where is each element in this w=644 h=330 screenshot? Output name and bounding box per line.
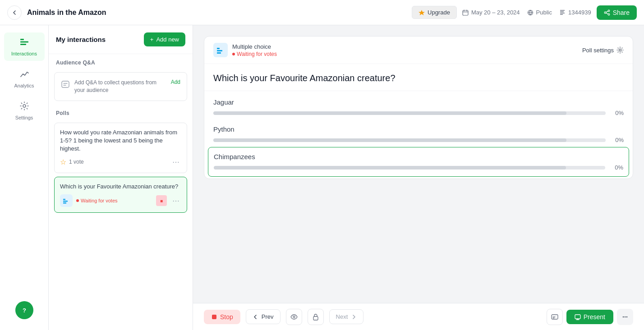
poll-type-status: Waiting for votes xyxy=(232,51,277,57)
poll-card-1-more[interactable]: ⋯ xyxy=(170,156,181,167)
prev-label: Prev xyxy=(262,313,274,320)
eye-button[interactable] xyxy=(286,309,302,325)
next-button[interactable]: Next xyxy=(329,309,364,324)
poll-type-section: Multiple choice Waiting for votes xyxy=(213,43,277,57)
svg-rect-32 xyxy=(212,315,216,319)
page-title: Animals in the Amazon xyxy=(27,9,406,17)
svg-rect-16 xyxy=(20,39,24,40)
option-3-bar-row: 0% xyxy=(214,164,623,171)
poll-card-2-footer: Waiting for votes ■ ⋯ xyxy=(60,194,181,207)
polls-list: How would you rate Amazonian animals fro… xyxy=(49,119,193,217)
qa-placeholder: Add Q&A to collect questions from your a… xyxy=(54,72,187,101)
svg-point-42 xyxy=(625,316,626,317)
svg-point-12 xyxy=(604,12,606,14)
option-1-label: Jaguar xyxy=(213,98,624,106)
option-2-label: Python xyxy=(213,125,624,133)
poll-card-1-text: How would you rate Amazonian animals fro… xyxy=(60,128,181,153)
poll-2-status-label: Waiting for votes xyxy=(81,198,118,203)
svg-line-15 xyxy=(606,13,608,14)
upgrade-button[interactable]: Upgrade xyxy=(412,6,457,19)
bottombar-right: Present xyxy=(547,309,633,325)
content-inner: Multiple choice Waiting for votes Poll s… xyxy=(193,25,644,303)
left-nav: Interactions Analytics Settings ? xyxy=(0,25,49,330)
sidebar-item-interactions[interactable]: Interactions xyxy=(4,32,45,61)
svg-rect-27 xyxy=(63,202,66,204)
svg-point-31 xyxy=(619,49,621,51)
settings-icon xyxy=(19,101,29,113)
sidebar-item-settings[interactable]: Settings xyxy=(4,96,45,125)
poll-settings-button[interactable]: Poll settings xyxy=(582,46,624,54)
svg-rect-25 xyxy=(63,199,65,200)
lock-button[interactable] xyxy=(308,309,324,325)
svg-rect-22 xyxy=(62,81,69,87)
sidebar-item-analytics[interactable]: Analytics xyxy=(4,64,45,93)
svg-point-43 xyxy=(626,316,627,317)
poll-panel-header: Multiple choice Waiting for votes Poll s… xyxy=(204,37,633,64)
svg-point-11 xyxy=(608,10,610,12)
poll-option-1: Jaguar 0% xyxy=(213,98,624,116)
svg-rect-34 xyxy=(313,316,318,320)
plus-icon: + xyxy=(150,36,154,43)
option-1-bar-row: 0% xyxy=(213,110,624,116)
poll-option-3: Chimpanzees 0% xyxy=(208,147,629,177)
svg-line-14 xyxy=(606,11,608,12)
option-1-pct: 0% xyxy=(610,110,624,116)
upgrade-label: Upgrade xyxy=(428,9,450,16)
stop-label: Stop xyxy=(220,313,233,321)
visibility: Public xyxy=(527,9,552,16)
svg-marker-0 xyxy=(419,10,425,15)
analytics-icon xyxy=(19,69,29,81)
option-3-bar-fill xyxy=(214,166,566,170)
option-2-pct: 0% xyxy=(610,137,624,143)
sidebar-title: My interactions xyxy=(56,36,106,43)
option-2-bar-fill xyxy=(213,138,566,142)
svg-point-41 xyxy=(623,316,624,317)
poll-type-info: Multiple choice Waiting for votes xyxy=(232,43,277,57)
poll-card-1[interactable]: How would you rate Amazonian animals fro… xyxy=(54,123,187,174)
qa-placeholder-text: Add Q&A to collect questions from your a… xyxy=(74,79,166,94)
next-label: Next xyxy=(336,313,348,320)
back-button[interactable] xyxy=(7,5,22,20)
option-3-label: Chimpanzees xyxy=(214,153,623,160)
stop-button[interactable]: Stop xyxy=(204,310,240,324)
qa-icon xyxy=(61,80,70,91)
polls-section-title: Polls xyxy=(49,105,193,119)
svg-point-13 xyxy=(608,14,610,15)
qa-add-button[interactable]: Add xyxy=(171,79,180,85)
bottombar: Stop Prev Next xyxy=(193,303,644,330)
more-button[interactable] xyxy=(617,309,633,325)
present-button[interactable]: Present xyxy=(566,310,613,324)
prev-button[interactable]: Prev xyxy=(246,309,281,324)
poll-card-2[interactable]: Which is your Favourite Amazonian creatu… xyxy=(54,177,187,213)
poll-card-2-more[interactable]: ⋯ xyxy=(170,195,181,206)
status-dot xyxy=(76,199,79,202)
svg-rect-1 xyxy=(463,10,468,15)
svg-rect-30 xyxy=(217,52,221,54)
option-3-pct: 0% xyxy=(610,164,623,171)
option-1-bar-fill xyxy=(213,111,566,115)
poll-options: Jaguar 0% Python xyxy=(204,91,633,179)
add-new-label: Add new xyxy=(156,36,179,43)
topbar: Animals in the Amazon Upgrade May 20 – 2… xyxy=(0,0,644,25)
poll-card-1-votes: 1 vote xyxy=(69,159,168,165)
svg-point-19 xyxy=(23,105,26,107)
caption-button[interactable] xyxy=(547,309,563,325)
share-label: Share xyxy=(613,9,630,16)
svg-rect-18 xyxy=(20,44,26,45)
panel-status-label: Waiting for votes xyxy=(237,51,277,57)
main-content: Multiple choice Waiting for votes Poll s… xyxy=(193,25,644,330)
poll-question: Which is your Favourite Amazonian creatu… xyxy=(204,64,633,91)
poll-type-icon xyxy=(213,43,228,57)
presentation-id: 1344939 xyxy=(559,9,591,16)
poll-settings-label: Poll settings xyxy=(582,47,614,54)
svg-rect-29 xyxy=(217,50,222,51)
help-button[interactable]: ? xyxy=(15,301,33,319)
poll-type-label: Multiple choice xyxy=(232,43,277,50)
poll-stop-button[interactable]: ■ xyxy=(156,195,167,206)
sidebar-header: My interactions + Add new xyxy=(49,25,193,54)
poll-panel: Multiple choice Waiting for votes Poll s… xyxy=(204,36,633,179)
add-new-button[interactable]: + Add new xyxy=(144,32,185,46)
present-label: Present xyxy=(584,313,605,321)
share-button[interactable]: Share xyxy=(597,5,637,20)
poll-card-2-text: Which is your Favourite Amazonian creatu… xyxy=(60,183,181,191)
